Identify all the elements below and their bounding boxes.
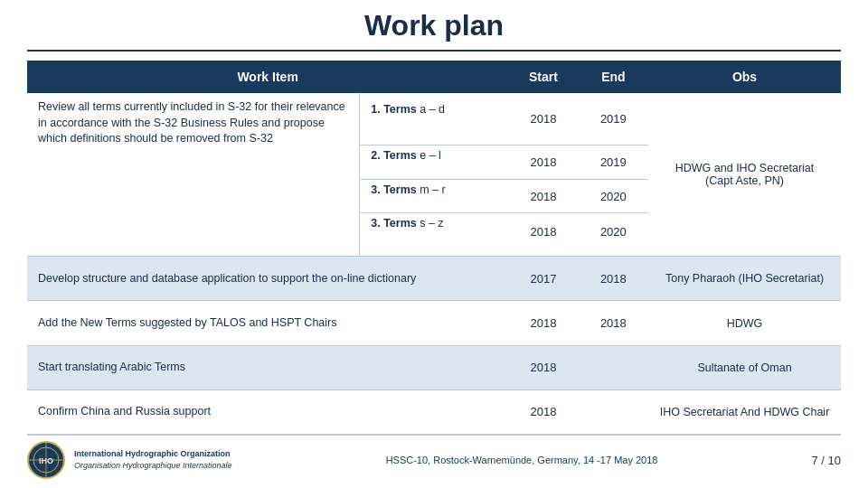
term-bold-1b: 2. Terms [371, 149, 417, 162]
work-item-cell-5: Confirm China and Russia support [27, 389, 508, 434]
work-item-cell-2: Develop structure and database applicati… [27, 257, 508, 301]
table-row: Confirm China and Russia support 2018 IH… [27, 389, 841, 434]
table-row: Review all terms currently included in S… [27, 93, 841, 145]
page-title: Work plan [27, 9, 841, 42]
footer-page: 7 / 10 [811, 454, 841, 467]
col-header-obs: Obs [648, 61, 841, 93]
work-item-cell-4: Start translating Arabic Terms [27, 345, 508, 389]
obs-cell-5: IHO Secretariat And HDWG Chair [648, 389, 841, 434]
terms-cell-1b: 2. Terms e – l [360, 145, 509, 179]
end-cell-1d: 2020 [579, 213, 648, 257]
end-cell-2: 2018 [579, 257, 648, 301]
col-header-work-item: Work Item [27, 61, 508, 93]
obs-cell-2: Tony Pharaoh (IHO Secretariat) [648, 257, 841, 301]
terms-cell-1c: 3. Terms m – r [360, 179, 509, 212]
end-cell-1a: 2019 [579, 93, 648, 145]
col-header-start: Start [508, 61, 578, 93]
iho-logo: IHO [27, 441, 65, 479]
obs-cell-3: HDWG [648, 301, 841, 345]
work-item-cell-1: Review all terms currently included in S… [27, 93, 360, 257]
table-row: Start translating Arabic Terms 2018 Sult… [27, 345, 841, 389]
start-cell-1c: 2018 [508, 179, 578, 212]
obs-cell-4: Sultanate of Oman [648, 345, 841, 389]
start-cell-2: 2017 [508, 257, 578, 301]
start-cell-1a: 2018 [508, 93, 578, 145]
page: Work plan Work Item Start End Obs Review… [0, 0, 868, 488]
table-row: Add the New Terms suggested by TALOS and… [27, 301, 841, 345]
terms-cell-1d: 3. Terms s – z [360, 213, 509, 257]
footer-org-en: International Hydrographic Organization [74, 448, 232, 460]
end-cell-1b: 2019 [579, 145, 648, 179]
end-cell-3: 2018 [579, 301, 648, 345]
term-bold-1c: 3. Terms [371, 183, 417, 196]
term-bold-1d: 3. Terms [371, 217, 417, 230]
footer-event: HSSC-10, Rostock-Warnemünde, Germany, 14… [232, 455, 812, 465]
start-cell-3: 2018 [508, 301, 578, 345]
col-header-end: End [579, 61, 648, 93]
table-header-row: Work Item Start End Obs [27, 61, 841, 93]
end-cell-5 [579, 389, 648, 434]
title-section: Work plan [27, 0, 841, 52]
start-cell-4: 2018 [508, 345, 578, 389]
term-bold-1a: 1. Terms [371, 103, 417, 116]
start-cell-1d: 2018 [508, 213, 578, 257]
work-plan-table: Work Item Start End Obs Review all terms… [27, 61, 841, 435]
start-cell-5: 2018 [508, 389, 578, 434]
obs-cell-1: HDWG and IHO Secretariat(Capt Aste, PN) [648, 93, 841, 257]
work-item-cell-3: Add the New Terms suggested by TALOS and… [27, 301, 508, 345]
start-cell-1b: 2018 [508, 145, 578, 179]
footer-org: International Hydrographic Organization … [74, 448, 232, 471]
footer-org-fr: Organisation Hydrographique Internationa… [74, 460, 232, 472]
end-cell-4 [579, 345, 648, 389]
end-cell-1c: 2020 [579, 179, 648, 212]
terms-cell-1a: 1. Terms a – d [360, 93, 509, 145]
footer: IHO International Hydrographic Organizat… [27, 435, 841, 479]
table-row: Develop structure and database applicati… [27, 257, 841, 301]
